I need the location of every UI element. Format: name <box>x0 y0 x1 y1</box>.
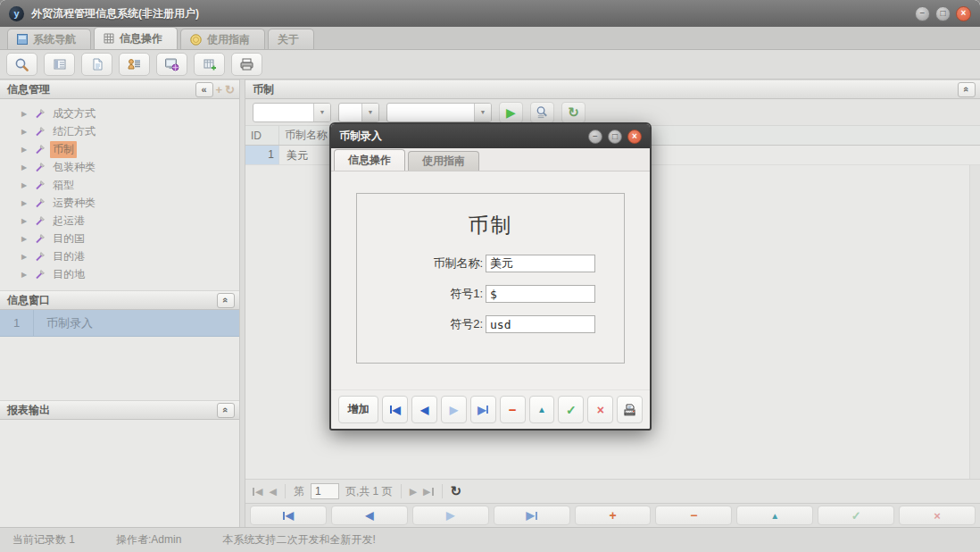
page-number-input[interactable] <box>311 483 339 499</box>
tab-label: 信息操作 <box>120 31 162 46</box>
dialog-tab-user-guide[interactable]: 使用指南 <box>408 151 479 171</box>
last-record-button[interactable]: ▶ <box>470 396 496 423</box>
filter-field-select[interactable]: ▼ <box>253 103 331 122</box>
wand-icon <box>35 162 46 172</box>
collapse-up-button[interactable]: « <box>958 82 976 97</box>
add-record-button[interactable]: + <box>575 506 652 525</box>
dialog-minimize-button[interactable]: − <box>588 130 602 144</box>
dropdown-arrow-icon[interactable]: ▼ <box>313 104 330 121</box>
print-record-button[interactable] <box>617 396 643 423</box>
next-record-button[interactable]: ▶ <box>441 396 467 423</box>
filter-operator-select[interactable]: ▼ <box>338 103 379 122</box>
previous-record-button[interactable]: ◀ <box>411 396 437 423</box>
expand-icon[interactable]: ▶ <box>21 110 30 118</box>
expand-icon[interactable]: ▶ <box>21 235 30 243</box>
save-button[interactable]: ✓ <box>558 396 584 423</box>
dropdown-arrow-icon[interactable]: ▼ <box>474 104 491 121</box>
tree-item-packaging-type[interactable]: ▶ 包装种类 <box>0 158 239 176</box>
previous-record-button[interactable]: ◀ <box>331 506 408 525</box>
splitter-handle[interactable] <box>239 79 245 527</box>
first-record-button[interactable]: ◀ <box>382 396 408 423</box>
maximize-button[interactable]: □ <box>935 6 951 21</box>
delete-record-button[interactable]: − <box>655 506 732 525</box>
print-button[interactable] <box>231 53 262 76</box>
expand-icon[interactable]: ▶ <box>21 163 30 171</box>
last-page-button[interactable]: ▶ <box>423 486 433 498</box>
printer-icon <box>239 57 254 71</box>
form-row-symbol2: 符号2: <box>357 315 624 333</box>
last-record-button[interactable]: ▶ <box>494 506 570 525</box>
edit-record-button[interactable]: ▲ <box>736 506 813 525</box>
expand-icon[interactable]: ▶ <box>21 146 30 154</box>
expand-icon[interactable]: ▶ <box>21 199 30 207</box>
page-label-suffix: 页,共 1 页 <box>345 484 393 499</box>
first-page-button[interactable]: ◀ <box>253 486 262 498</box>
expand-icon[interactable]: ▶ <box>21 217 30 225</box>
collapse-up-button[interactable]: « <box>217 403 235 418</box>
dialog-tab-information-operation[interactable]: 信息操作 <box>334 149 405 171</box>
dialog-title: 币制录入 <box>339 129 583 144</box>
window-controls: − □ × <box>915 6 971 21</box>
tab-information-operation[interactable]: 信息操作 <box>94 27 178 49</box>
first-record-button[interactable]: ◀ <box>250 506 327 525</box>
vertical-scrollbar[interactable] <box>969 165 980 479</box>
collapse-up-button[interactable]: « <box>217 293 235 308</box>
add-button[interactable]: 增加 <box>338 396 378 423</box>
monitor-globe-button[interactable] <box>156 53 187 76</box>
tab-user-guide[interactable]: 使用指南 <box>180 29 265 49</box>
tree-item-container-type[interactable]: ▶ 箱型 <box>0 176 239 194</box>
expand-icon[interactable]: ▶ <box>21 128 30 136</box>
form-title: 币制 <box>357 212 624 239</box>
collapse-left-button[interactable]: « <box>195 82 213 97</box>
confirm-button[interactable]: ✓ <box>818 506 894 525</box>
wand-icon <box>35 126 46 137</box>
tree-item-currency[interactable]: ▶ 币制 <box>0 140 239 158</box>
tree-item-destination-country[interactable]: ▶ 目的国 <box>0 230 239 247</box>
expand-icon[interactable]: ▶ <box>21 271 30 279</box>
document-icon <box>90 57 104 71</box>
close-button[interactable]: × <box>956 6 971 21</box>
expand-icon[interactable]: ▶ <box>21 181 30 189</box>
tree-item-destination-port[interactable]: ▶ 目的港 <box>0 247 239 265</box>
search-button[interactable] <box>6 53 37 76</box>
refresh-icon[interactable]: ↻ <box>225 83 235 96</box>
user-settings-button[interactable] <box>119 53 150 76</box>
run-filter-button[interactable]: ▶ <box>499 102 523 123</box>
tab-system-navigation[interactable]: 系统导航 <box>7 29 91 49</box>
previous-page-button[interactable]: ◀ <box>269 486 276 498</box>
dropdown-arrow-icon[interactable]: ▼ <box>361 104 378 121</box>
next-page-button[interactable]: ▶ <box>410 486 417 498</box>
tree-item-departure-port[interactable]: ▶ 起运港 <box>0 212 239 230</box>
add-icon[interactable]: + <box>216 83 223 96</box>
filter-value-select[interactable]: ▼ <box>386 103 492 122</box>
expand-icon[interactable]: ▶ <box>21 253 30 261</box>
tree-item-freight-type[interactable]: ▶ 运费种类 <box>0 194 239 212</box>
tree-item-transaction-method[interactable]: ▶ 成交方式 <box>0 105 239 122</box>
tab-about[interactable]: 关于 <box>268 29 314 49</box>
next-record-button[interactable]: ▶ <box>412 506 489 525</box>
cancel-button[interactable]: × <box>587 396 613 423</box>
dialog-maximize-button[interactable]: □ <box>608 130 622 144</box>
column-header-id[interactable]: ID <box>245 126 279 145</box>
cancel-button[interactable]: × <box>899 506 976 525</box>
list-item-currency-entry[interactable]: 1 币制录入 <box>0 310 239 337</box>
minimize-button[interactable]: − <box>915 6 930 21</box>
table-add-button[interactable] <box>194 53 225 76</box>
dialog-title-bar[interactable]: 币制录入 − □ × <box>331 124 650 148</box>
delete-record-button[interactable]: − <box>500 396 526 423</box>
refresh-grid-button[interactable]: ↻ <box>561 102 586 123</box>
refresh-page-button[interactable]: ↻ <box>451 483 462 499</box>
advanced-search-button[interactable] <box>530 102 554 123</box>
chevron-up-icon: « <box>961 87 972 92</box>
symbol2-field[interactable] <box>486 315 595 333</box>
list-view-button[interactable] <box>44 53 75 76</box>
tree-item-settlement-method[interactable]: ▶ 结汇方式 <box>0 122 239 140</box>
currency-name-field[interactable] <box>486 255 595 272</box>
dialog-body: 币制 币制名称: 符号1: 符号2: 增加 ◀ ◀ ▶ ▶ <box>331 171 650 429</box>
symbol1-field[interactable] <box>486 285 595 303</box>
currency-form: 币制 币制名称: 符号1: 符号2: <box>356 193 625 364</box>
document-button[interactable] <box>81 53 112 76</box>
edit-record-button[interactable]: ▲ <box>529 396 555 423</box>
tree-item-destination[interactable]: ▶ 目的地 <box>0 265 239 283</box>
dialog-close-button[interactable]: × <box>627 130 642 144</box>
